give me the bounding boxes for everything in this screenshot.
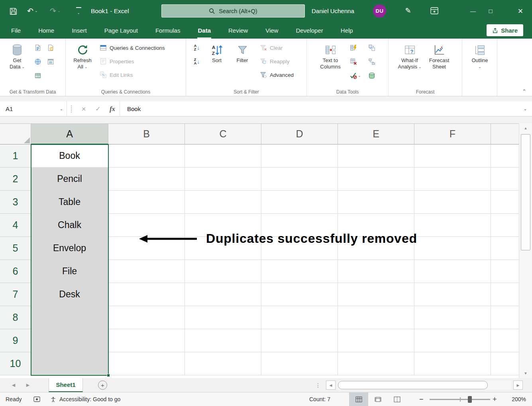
tab-insert[interactable]: Insert [63,22,96,39]
cell-A1[interactable]: Book [31,144,108,168]
row-header-8[interactable]: 8 [0,306,31,329]
sort-ascending-button[interactable]: AZ ↓ [192,43,202,53]
cell-C1[interactable] [185,144,261,168]
cell-D10[interactable] [261,352,338,375]
refresh-all-button[interactable]: Refresh All⌄ [70,41,95,84]
manage-data-model-button[interactable] [367,70,377,81]
sort-descending-button[interactable]: ZA ↓ [192,57,202,67]
save-button[interactable] [8,6,18,16]
column-header-E[interactable]: E [338,124,414,144]
cell-D2[interactable] [261,168,338,191]
expand-formula-bar-button[interactable]: ⌄ [518,106,532,111]
normal-view-button[interactable] [349,392,368,406]
recent-sources-button[interactable] [45,43,56,53]
from-web-button[interactable] [33,57,43,67]
cell-A10[interactable] [31,352,108,375]
cell-C9[interactable] [185,329,261,352]
page-break-preview-button[interactable] [387,392,406,406]
cell-D3[interactable] [261,191,338,214]
cell-A8[interactable] [31,306,108,329]
relationships-button[interactable] [367,57,377,67]
cell-E9[interactable] [338,329,414,352]
cell-F4[interactable] [414,214,491,237]
cell-A5[interactable]: Envelop [31,237,108,260]
column-header-F[interactable]: F [414,124,491,144]
cell-E1[interactable] [338,144,414,168]
hscroll-left-button[interactable]: ◀ [326,381,336,390]
column-header-A[interactable]: A [31,124,108,144]
tab-page-layout[interactable]: Page Layout [96,22,147,39]
horizontal-scrollbar[interactable] [337,381,511,390]
existing-connections-button[interactable] [45,57,56,67]
formula-input[interactable]: Book [120,102,518,116]
cell-E3[interactable] [338,191,414,214]
from-table-range-button[interactable] [33,70,43,81]
tab-review[interactable]: Review [220,22,257,39]
outline-button[interactable]: Outline ⌄ [468,41,492,84]
tab-view[interactable]: View [257,22,287,39]
ribbon-display-options-button[interactable] [429,7,440,14]
zoom-out-button[interactable]: − [419,392,424,406]
cell-E7[interactable] [338,283,414,306]
zoom-level[interactable]: 200% [501,392,526,406]
vertical-scrollbar[interactable]: ▲ ▼ [519,123,532,378]
cell-F1[interactable] [414,144,491,168]
cell-A9[interactable] [31,329,108,352]
cell-E8[interactable] [338,306,414,329]
cell-C3[interactable] [185,191,261,214]
sheet-tab-sheet1[interactable]: Sheet1 [49,378,83,392]
sheet-nav-prev-button[interactable]: ◀ [9,378,18,392]
new-sheet-button[interactable]: + [98,381,107,390]
cell-B7[interactable] [108,283,185,306]
queries-connections-button[interactable]: Queries & Connections [97,41,168,55]
row-header-5[interactable]: 5 [0,237,31,260]
accessibility-status[interactable]: Accessibility: Good to go [50,392,120,406]
cell-F8[interactable] [414,306,491,329]
row-header-1[interactable]: 1 [0,144,31,168]
zoom-slider[interactable] [430,399,490,400]
cell-F2[interactable] [414,168,491,191]
name-box[interactable]: A1 [0,105,56,112]
cell-A3[interactable]: Table [31,191,108,214]
cell-F6[interactable] [414,260,491,283]
tab-home[interactable]: Home [29,22,63,39]
macro-record-button[interactable] [33,392,40,406]
cell-B10[interactable] [108,352,185,375]
undo-button[interactable]: ↶⌄ [27,5,37,16]
horizontal-scrollbar-thumb[interactable] [338,381,488,389]
user-name[interactable]: Daniel Uchenna [312,0,354,22]
inking-button[interactable]: ✎ [402,6,414,16]
cell-A4[interactable]: Chalk [31,214,108,237]
cell-F5[interactable] [414,237,491,260]
cell-F9[interactable] [414,329,491,352]
cell-B6[interactable] [108,260,185,283]
row-header-10[interactable]: 10 [0,352,31,375]
maximize-button[interactable]: □ [482,0,499,22]
cell-D6[interactable] [261,260,338,283]
cell-F7[interactable] [414,283,491,306]
row-header-7[interactable]: 7 [0,283,31,306]
cell-B9[interactable] [108,329,185,352]
page-layout-view-button[interactable] [368,392,387,406]
select-all-corner[interactable] [0,124,31,144]
cancel-button[interactable]: × [77,102,91,116]
cell-E2[interactable] [338,168,414,191]
vertical-scrollbar-thumb[interactable] [521,134,530,250]
cell-A6[interactable]: File [31,260,108,283]
clear-filter-button[interactable]: Clear [257,41,296,55]
cell-B8[interactable] [108,306,185,329]
cell-D8[interactable] [261,306,338,329]
filter-button[interactable]: Filter [231,41,254,84]
what-if-analysis-button[interactable]: ? What-If Analysis⌄ [395,41,424,84]
tab-data[interactable]: Data [189,22,220,39]
cell-A2[interactable]: Pencil [31,168,108,191]
cell-F10[interactable] [414,352,491,375]
column-header-C[interactable]: C [185,124,261,144]
row-header-4[interactable]: 4 [0,214,31,237]
cell-B1[interactable] [108,144,185,168]
tab-splitter-handle[interactable]: ⋮ [315,378,321,392]
tab-help[interactable]: Help [332,22,362,39]
data-validation-button[interactable]: ⌄ [348,70,363,81]
cell-C7[interactable] [185,283,261,306]
text-to-columns-button[interactable]: Text to Columns [317,41,344,84]
